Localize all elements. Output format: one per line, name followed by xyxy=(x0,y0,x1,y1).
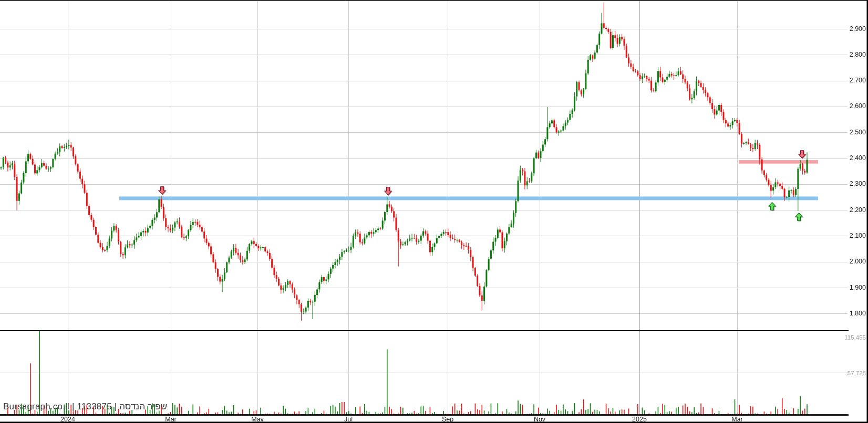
price-tick-label: 1,800 xyxy=(850,310,866,318)
price-tick-label: 2,000 xyxy=(850,258,866,266)
month-tick-label: Nov xyxy=(528,416,551,423)
month-tick-label: Mar xyxy=(726,416,749,423)
support-line[interactable] xyxy=(119,196,818,200)
price-tick-label: 2,200 xyxy=(850,206,866,214)
resistance-line[interactable] xyxy=(739,160,818,164)
month-tick-label: Mar xyxy=(159,416,182,423)
price-tick-label: 2,800 xyxy=(850,51,866,59)
price-tick-label: 2,100 xyxy=(850,232,866,240)
candlestick-volume-chart-canvas[interactable] xyxy=(0,0,868,423)
price-tick-label: 2,300 xyxy=(850,180,866,188)
price-tick-label: 2,600 xyxy=(850,102,866,110)
month-tick-label: May xyxy=(246,416,269,423)
branding-watermark: Bursagraph.co.il | 1133875 | שפיר הנדסה xyxy=(3,401,167,412)
price-tick-label: 2,400 xyxy=(850,154,866,162)
volume-tick-label: 115,455 xyxy=(844,334,866,342)
volume-tick-label: 57,728 xyxy=(848,369,866,377)
price-tick-label: 1,900 xyxy=(850,284,866,292)
year-tick-label: 2024 xyxy=(56,416,79,423)
month-tick-label: Sep xyxy=(436,416,459,423)
year-tick-label: 2025 xyxy=(628,416,651,423)
price-tick-label: 2,500 xyxy=(850,129,866,136)
price-tick-label: 2,700 xyxy=(850,77,866,84)
sell-signal-arrow-icon[interactable] xyxy=(384,187,392,195)
sell-signal-arrow-icon[interactable] xyxy=(158,186,166,195)
price-tick-label: 2,900 xyxy=(850,25,866,33)
sell-signal-arrow-icon[interactable] xyxy=(798,150,806,158)
buy-signal-arrow-icon[interactable] xyxy=(795,213,803,221)
month-tick-label: Jul xyxy=(337,416,360,423)
buy-signal-arrow-icon[interactable] xyxy=(768,202,776,210)
bursagraph-chart-window: 2,9002,8002,7002,6002,5002,4002,3002,200… xyxy=(0,0,868,423)
